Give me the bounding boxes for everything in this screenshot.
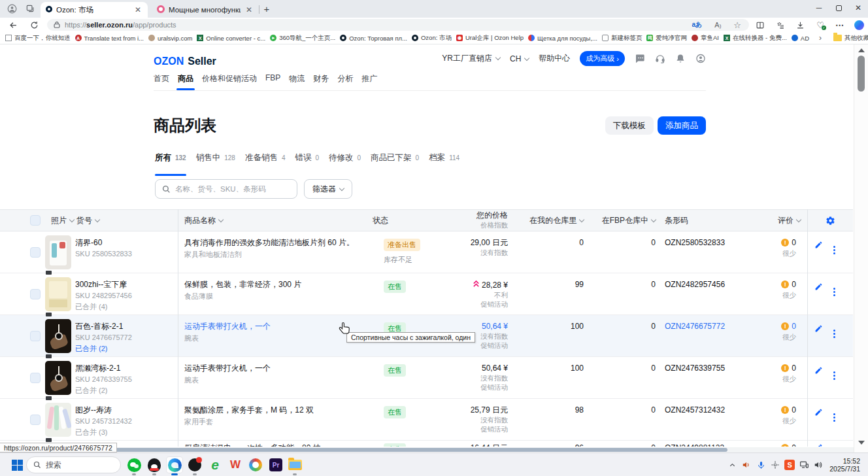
table-row[interactable]: 清洁-80SKU 2449881123厨房清洁湿巾，一次性，多功能，80 抽清洁… — [0, 441, 853, 447]
table-row[interactable]: 黑濑湾标-2-1SKU 2476339755已合并 (2)运动手表带打火机，一个… — [0, 357, 853, 399]
row-menu-icon[interactable] — [833, 443, 835, 447]
filter-tab-错误[interactable]: 错误0 — [295, 152, 319, 167]
media-app-icon[interactable] — [187, 457, 203, 473]
window-close-button[interactable]: ✕ — [848, 0, 868, 16]
bookmark-item[interactable]: uralsvip.com — [148, 35, 192, 42]
qq-icon[interactable] — [146, 457, 162, 473]
favorite-star-icon[interactable]: ☆ — [733, 20, 741, 30]
column-header-barcode[interactable]: 条形码 — [656, 215, 732, 226]
account-icon[interactable] — [695, 54, 706, 64]
language-selector[interactable]: CH — [510, 54, 529, 63]
product-photo[interactable] — [44, 231, 75, 275]
merged-label[interactable]: 已合并 (2) — [75, 344, 178, 354]
split-screen-icon[interactable] — [753, 18, 767, 32]
filter-tab-销售中[interactable]: 销售中128 — [196, 152, 235, 167]
bookmark-item[interactable]: 百度一下，你就知道 — [5, 34, 71, 42]
browser-menu-icon[interactable]: ⋯ — [833, 18, 847, 32]
nav-item-推广[interactable]: 推广 — [361, 73, 377, 90]
table-settings-gear-icon[interactable] — [807, 216, 853, 226]
browser-essentials-icon[interactable]: ♡✓ — [813, 18, 827, 32]
taskbar-clock[interactable]: 15:522025/7/31 — [829, 457, 860, 473]
scroll-up-arrow[interactable] — [858, 48, 865, 52]
bookmark-item[interactable]: Ozon: 市场 — [412, 34, 452, 42]
favorites-list-icon[interactable] — [773, 18, 788, 32]
tray-sogou-icon[interactable]: S — [782, 458, 797, 472]
barcode[interactable]: OZN2476675772 — [656, 315, 732, 358]
tab-close-icon[interactable]: ✕ — [133, 5, 142, 14]
column-header-photo[interactable]: 照片 — [44, 215, 75, 226]
add-product-button[interactable]: 添加商品 — [658, 116, 706, 135]
browser-tab-0[interactable]: Ozon: 市场✕ — [41, 2, 148, 18]
read-aloud-icon[interactable]: A) — [714, 21, 721, 29]
table-row[interactable]: 300zhi--宝下摩SKU 2482957456已合并 (4)保鲜膜，包装，非… — [0, 273, 853, 315]
wechat-icon[interactable] — [126, 457, 142, 473]
row-menu-icon[interactable] — [833, 366, 835, 380]
browser-profile-icon[interactable] — [4, 1, 20, 16]
column-header-rating[interactable]: 评价 — [732, 215, 807, 226]
workspaces-icon[interactable] — [22, 1, 38, 16]
edit-pencil-icon[interactable] — [814, 241, 823, 251]
filter-tab-档案[interactable]: 档案114 — [429, 152, 459, 167]
window-maximize-button[interactable] — [829, 0, 848, 16]
row-checkbox[interactable] — [0, 357, 44, 400]
filter-tab-准备销售[interactable]: 准备销售4 — [245, 152, 286, 167]
notifications-bell-icon[interactable] — [675, 54, 686, 64]
nav-item-分析[interactable]: 分析 — [337, 73, 353, 90]
edit-pencil-icon[interactable] — [814, 324, 823, 335]
browser-tab-1[interactable]: Мощные многофункциональнь✕ — [152, 2, 259, 18]
premiere-icon[interactable]: Pr — [268, 457, 284, 473]
table-row[interactable]: 图岁--寿涛SKU 2457312432已合并 (3)聚氨酯涂层，家务手套，M … — [0, 399, 853, 441]
tray-display-icon[interactable] — [797, 458, 811, 472]
back-button[interactable] — [5, 18, 21, 32]
tray-audio-app-icon[interactable] — [739, 458, 754, 472]
column-header-status[interactable]: 状态 — [373, 215, 451, 226]
bookmark-item[interactable]: 章鱼AI — [692, 34, 719, 42]
support-headset-icon[interactable] — [655, 54, 665, 64]
row-checkbox[interactable] — [0, 273, 44, 316]
product-name-link[interactable]: 保鲜膜，包装，非常经济，300 片 — [184, 280, 363, 290]
tray-hidden-icons[interactable] — [725, 458, 739, 472]
row-checkbox[interactable] — [0, 315, 44, 358]
new-tab-button[interactable]: + — [260, 1, 273, 16]
address-bar[interactable]: https://seller.ozon.ru/app/products аあ A… — [47, 19, 749, 31]
tray-volume-icon[interactable] — [811, 458, 826, 472]
nav-item-商品[interactable]: 商品 — [178, 73, 193, 90]
search-input[interactable]: 名称、货号、SKU、条形码 — [155, 179, 297, 199]
page-horizontal-scrollbar[interactable] — [0, 447, 854, 452]
row-menu-icon[interactable] — [833, 241, 835, 254]
product-photo[interactable] — [44, 357, 75, 400]
refresh-button[interactable] — [26, 18, 42, 32]
select-all-checkbox[interactable] — [0, 215, 44, 226]
tray-remote-tool-icon[interactable] — [768, 458, 782, 472]
product-name-link[interactable]: 聚氨酯涂层，家务手套，M 码，12 双 — [184, 405, 363, 415]
product-name-link[interactable]: 运动手表带打火机，一个 — [184, 322, 363, 332]
start-button[interactable] — [9, 457, 25, 473]
row-checkbox[interactable] — [0, 399, 44, 442]
bookmark-item[interactable]: 纯爱纯净官网 — [646, 34, 687, 42]
row-menu-icon[interactable] — [833, 408, 835, 422]
window-minimize-button[interactable]: ─ — [809, 0, 829, 16]
product-name-link[interactable]: 运动手表带打火机，一个 — [184, 364, 363, 373]
product-name-link[interactable]: 具有消毒作用的强效多功能清洁地板片剂 60 片。 — [184, 238, 363, 248]
row-checkbox[interactable] — [0, 231, 44, 275]
edit-pencil-icon[interactable] — [814, 366, 823, 377]
filters-button[interactable]: 筛选器 — [304, 179, 352, 199]
row-menu-icon[interactable] — [833, 282, 835, 296]
chat-icon[interactable] — [635, 54, 645, 64]
row-menu-icon[interactable] — [833, 324, 835, 338]
nav-item-物流[interactable]: 物流 — [289, 73, 305, 90]
edge-icon[interactable] — [167, 457, 182, 473]
bookmark-item[interactable]: ▸360导航_一个主页... — [270, 34, 335, 42]
nav-item-价格和促销活动[interactable]: 价格和促销活动 — [202, 73, 257, 90]
column-header-stock[interactable]: 在我的仓库里 — [508, 215, 584, 226]
downloads-icon[interactable] — [793, 18, 807, 32]
scroll-down-arrow[interactable] — [858, 441, 865, 445]
column-header-item[interactable]: 货号 — [75, 215, 178, 226]
product-name-link[interactable]: 厨房清洁湿巾，一次性，多功能，80 抽 — [184, 443, 363, 447]
edit-pencil-icon[interactable] — [814, 282, 823, 293]
taskbar-search[interactable]: 搜索 — [26, 456, 121, 473]
column-header-name[interactable]: 商品名称 — [178, 215, 373, 226]
download-template-button[interactable]: 下载模板 — [605, 116, 654, 135]
bookmark-item[interactable]: X在线转换器 - 免费... — [724, 34, 787, 42]
tray-microphone-icon[interactable] — [754, 458, 768, 472]
